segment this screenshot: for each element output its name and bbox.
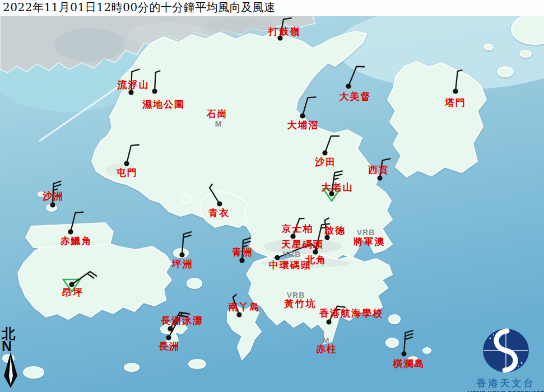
station-dot: [322, 150, 327, 155]
station-dot: [326, 319, 331, 324]
wind-barb: [242, 238, 250, 260]
station-dot: [277, 35, 282, 40]
wind-barb: [233, 295, 239, 315]
station-dot: [128, 90, 133, 95]
wind-barb: [182, 232, 191, 255]
wind-barb: [210, 184, 220, 204]
wind-barb: [455, 70, 462, 91]
wind-barb: [53, 181, 61, 205]
wind-barb: [277, 244, 317, 258]
station-dot: [50, 202, 55, 207]
station-dot: [290, 234, 295, 239]
wind-barb: [131, 69, 140, 92]
station-dot: [346, 83, 351, 88]
north-indicator: 北 N: [2, 326, 21, 390]
wind-barb: [404, 330, 413, 354]
station-dot: [401, 351, 406, 356]
wind-barb: [280, 18, 291, 38]
hko-name-chinese: 香港天文台: [468, 377, 544, 390]
station-dot: [453, 88, 458, 94]
north-arrow-icon: [2, 352, 19, 388]
wind-barb: [329, 306, 345, 322]
wind-barb: [332, 171, 342, 194]
wind-barb: [71, 212, 83, 232]
station-dot: [313, 249, 318, 254]
station-dot: [329, 191, 334, 196]
wind-barb: [155, 71, 160, 91]
station-dot: [68, 229, 73, 234]
north-letter-label: N: [2, 340, 21, 352]
map-title: 2022年11月01日12時00分的十分鐘平均風向及風速: [0, 0, 544, 15]
hko-emblem-icon: [482, 328, 529, 374]
wind-barb: [325, 136, 339, 153]
station-dot: [152, 88, 157, 94]
hko-logo: 香港天文台 HONG KONG OBSERVATORY: [468, 328, 544, 392]
wind-barb: [348, 67, 364, 86]
station-symbols-layer: [0, 0, 544, 392]
station-dot: [179, 252, 184, 257]
station-dot: [239, 258, 244, 263]
station-dot: [69, 282, 74, 287]
station-dot: [166, 335, 171, 340]
wind-barb: [72, 272, 96, 284]
wind-barb: [380, 158, 390, 178]
station-dot: [124, 161, 129, 166]
station-dot: [275, 255, 280, 260]
station-dot: [217, 201, 222, 206]
title-bar: 2022年11月01日12時00分的十分鐘平均風向及風速: [0, 0, 544, 16]
wind-barb: [127, 144, 139, 164]
station-dot: [236, 312, 241, 317]
wind-barb: [170, 312, 188, 329]
station-dot: [377, 175, 382, 180]
station-dot: [324, 235, 329, 240]
wind-map-screen: 2022年11月01日12時00分的十分鐘平均風向及風速 打鼓嶺流浮山濕地公園石…: [0, 0, 544, 392]
wind-barb: [303, 97, 315, 116]
station-dot: [300, 113, 305, 118]
wind-barb: [293, 218, 304, 236]
hko-name-english: HONG KONG OBSERVATORY: [468, 390, 544, 392]
